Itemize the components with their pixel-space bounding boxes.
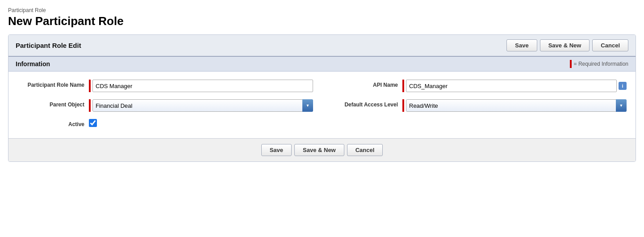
api-name-input[interactable] [406, 80, 617, 92]
parent-object-select[interactable]: Financial Deal Other [92, 99, 313, 112]
parent-object-row: Parent Object Financial Deal Other [17, 99, 313, 112]
participant-role-name-label: Participant Role Name [17, 80, 84, 88]
participant-role-name-input[interactable] [92, 80, 313, 92]
form-body: Participant Role Name API Name i [8, 72, 636, 138]
panel-header: Participant Role Edit Save Save & New Ca… [8, 35, 636, 57]
parent-object-field-wrapper: Financial Deal Other [89, 99, 313, 112]
participant-role-name-required-indicator [89, 80, 91, 92]
active-checkbox[interactable] [89, 119, 97, 127]
api-name-field-wrapper: i [402, 80, 627, 92]
save-button-top[interactable]: Save [506, 39, 537, 51]
participant-role-name-field-wrapper [89, 80, 313, 92]
save-new-button-bottom[interactable]: Save & New [294, 144, 344, 156]
save-new-button-top[interactable]: Save & New [540, 39, 590, 51]
participant-role-name-row: Participant Role Name [17, 80, 313, 92]
parent-object-required-indicator [89, 99, 91, 112]
active-row: Active [17, 119, 313, 127]
default-access-level-select[interactable]: Read/Write Read Only None [406, 99, 627, 112]
header-buttons: Save Save & New Cancel [506, 39, 628, 51]
form-panel: Participant Role Edit Save Save & New Ca… [8, 34, 636, 162]
active-field-wrapper [89, 119, 313, 127]
breadcrumb: Participant Role [8, 7, 636, 13]
active-label: Active [17, 119, 84, 127]
form-grid: Participant Role Name API Name i [17, 80, 627, 127]
api-name-info-icon[interactable]: i [619, 82, 627, 90]
default-access-level-select-wrapper: Read/Write Read Only None [406, 99, 627, 112]
default-access-level-row: Default Access Level Read/Write Read Onl… [331, 99, 627, 112]
panel-header-title: Participant Role Edit [16, 42, 81, 49]
parent-object-label: Parent Object [17, 99, 84, 108]
cancel-button-top[interactable]: Cancel [592, 39, 628, 51]
required-legend: = Required Information [570, 60, 628, 68]
api-name-label: API Name [331, 80, 398, 88]
api-name-row: API Name i [331, 80, 627, 92]
section-header: Information = Required Information [8, 57, 636, 72]
default-access-level-field-wrapper: Read/Write Read Only None [402, 99, 627, 112]
cancel-button-bottom[interactable]: Cancel [347, 144, 383, 156]
parent-object-select-wrapper: Financial Deal Other [92, 99, 313, 112]
default-access-level-label: Default Access Level [331, 99, 398, 108]
section-title: Information [16, 60, 50, 68]
default-access-level-required-indicator [402, 99, 404, 112]
api-name-required-indicator [402, 80, 404, 92]
required-bar-icon [570, 60, 572, 68]
page-wrapper: Participant Role New Participant Role Pa… [0, 0, 644, 166]
page-title: New Participant Role [8, 14, 636, 28]
panel-footer: Save Save & New Cancel [8, 138, 636, 161]
save-button-bottom[interactable]: Save [261, 144, 292, 156]
required-legend-text: = Required Information [574, 61, 628, 67]
